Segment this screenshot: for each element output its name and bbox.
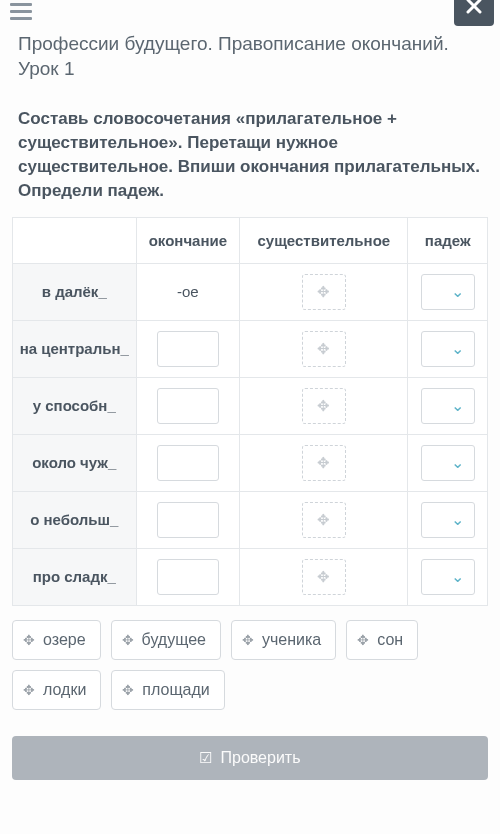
page-title: Профессии будущего. Правописание окончан… bbox=[0, 28, 500, 89]
word-chip[interactable]: ✥лодки bbox=[12, 670, 101, 710]
case-select[interactable]: ⌄ bbox=[421, 559, 475, 595]
move-icon: ✥ bbox=[122, 632, 134, 648]
move-icon: ✥ bbox=[242, 632, 254, 648]
case-cell: ⌄ bbox=[408, 263, 488, 320]
word-chip-label: сон bbox=[377, 631, 403, 649]
word-chip[interactable]: ✥ученика bbox=[231, 620, 336, 660]
table-row: в далёк_-ое✥⌄ bbox=[13, 263, 488, 320]
table-row: у способн_✥⌄ bbox=[13, 377, 488, 434]
word-chip-label: ученика bbox=[262, 631, 321, 649]
ending-input[interactable] bbox=[157, 502, 219, 538]
col-header-noun: существительное bbox=[240, 217, 408, 263]
word-chip-label: будущее bbox=[142, 631, 206, 649]
case-select[interactable]: ⌄ bbox=[421, 502, 475, 538]
case-cell: ⌄ bbox=[408, 320, 488, 377]
row-label: около чуж_ bbox=[13, 434, 137, 491]
chevron-down-icon: ⌄ bbox=[451, 453, 464, 472]
word-chip-label: площади bbox=[142, 681, 209, 699]
check-icon: ☑ bbox=[199, 749, 212, 767]
ending-text: -ое bbox=[177, 283, 199, 300]
noun-drop-target[interactable]: ✥ bbox=[302, 559, 346, 595]
move-icon: ✥ bbox=[23, 682, 35, 698]
close-button[interactable] bbox=[454, 0, 494, 26]
case-select[interactable]: ⌄ bbox=[421, 274, 475, 310]
move-icon: ✥ bbox=[122, 682, 134, 698]
ending-input[interactable] bbox=[157, 445, 219, 481]
case-cell: ⌄ bbox=[408, 491, 488, 548]
move-icon: ✥ bbox=[317, 568, 330, 586]
noun-drop-target[interactable]: ✥ bbox=[302, 274, 346, 310]
case-select[interactable]: ⌄ bbox=[421, 445, 475, 481]
table-row: около чуж_✥⌄ bbox=[13, 434, 488, 491]
word-chip-label: лодки bbox=[43, 681, 86, 699]
ending-cell bbox=[136, 377, 240, 434]
word-chip[interactable]: ✥будущее bbox=[111, 620, 221, 660]
word-chip[interactable]: ✥площади bbox=[111, 670, 224, 710]
case-cell: ⌄ bbox=[408, 377, 488, 434]
ending-cell bbox=[136, 548, 240, 605]
chevron-down-icon: ⌄ bbox=[451, 510, 464, 529]
noun-drop-cell: ✥ bbox=[240, 434, 408, 491]
word-chip[interactable]: ✥озере bbox=[12, 620, 101, 660]
ending-cell: -ое bbox=[136, 263, 240, 320]
row-label: в далёк_ bbox=[13, 263, 137, 320]
move-icon: ✥ bbox=[23, 632, 35, 648]
noun-drop-target[interactable]: ✥ bbox=[302, 388, 346, 424]
close-icon bbox=[465, 0, 483, 15]
chevron-down-icon: ⌄ bbox=[451, 567, 464, 586]
row-label: о небольш_ bbox=[13, 491, 137, 548]
case-select[interactable]: ⌄ bbox=[421, 388, 475, 424]
menu-button[interactable] bbox=[6, 0, 34, 22]
move-icon: ✥ bbox=[317, 340, 330, 358]
submit-button[interactable]: ☑ Проверить bbox=[12, 736, 488, 780]
word-bank: ✥озере✥будущее✥ученика✥сон✥лодки✥площади bbox=[0, 606, 500, 716]
word-chip-label: озере bbox=[43, 631, 86, 649]
move-icon: ✥ bbox=[317, 397, 330, 415]
col-header-empty bbox=[13, 217, 137, 263]
noun-drop-cell: ✥ bbox=[240, 377, 408, 434]
ending-input[interactable] bbox=[157, 388, 219, 424]
ending-cell bbox=[136, 434, 240, 491]
row-label: у способн_ bbox=[13, 377, 137, 434]
chevron-down-icon: ⌄ bbox=[451, 339, 464, 358]
move-icon: ✥ bbox=[317, 454, 330, 472]
move-icon: ✥ bbox=[317, 283, 330, 301]
word-chip[interactable]: ✥сон bbox=[346, 620, 418, 660]
table-row: про сладк_✥⌄ bbox=[13, 548, 488, 605]
move-icon: ✥ bbox=[357, 632, 369, 648]
task-instruction: Составь словосочетания «прилагательное +… bbox=[0, 89, 500, 216]
noun-drop-cell: ✥ bbox=[240, 548, 408, 605]
exercise-table: окончание существительное падеж в далёк_… bbox=[12, 217, 488, 606]
case-cell: ⌄ bbox=[408, 548, 488, 605]
col-header-case: падеж bbox=[408, 217, 488, 263]
case-select[interactable]: ⌄ bbox=[421, 331, 475, 367]
move-icon: ✥ bbox=[317, 511, 330, 529]
table-row: о небольш_✥⌄ bbox=[13, 491, 488, 548]
submit-label: Проверить bbox=[220, 749, 300, 767]
chevron-down-icon: ⌄ bbox=[451, 396, 464, 415]
ending-input[interactable] bbox=[157, 559, 219, 595]
case-cell: ⌄ bbox=[408, 434, 488, 491]
noun-drop-cell: ✥ bbox=[240, 320, 408, 377]
noun-drop-target[interactable]: ✥ bbox=[302, 502, 346, 538]
ending-cell bbox=[136, 491, 240, 548]
noun-drop-target[interactable]: ✥ bbox=[302, 331, 346, 367]
chevron-down-icon: ⌄ bbox=[451, 282, 464, 301]
col-header-ending: окончание bbox=[136, 217, 240, 263]
noun-drop-target[interactable]: ✥ bbox=[302, 445, 346, 481]
row-label: про сладк_ bbox=[13, 548, 137, 605]
noun-drop-cell: ✥ bbox=[240, 263, 408, 320]
table-row: на центральн_✥⌄ bbox=[13, 320, 488, 377]
ending-input[interactable] bbox=[157, 331, 219, 367]
ending-cell bbox=[136, 320, 240, 377]
row-label: на центральн_ bbox=[13, 320, 137, 377]
noun-drop-cell: ✥ bbox=[240, 491, 408, 548]
